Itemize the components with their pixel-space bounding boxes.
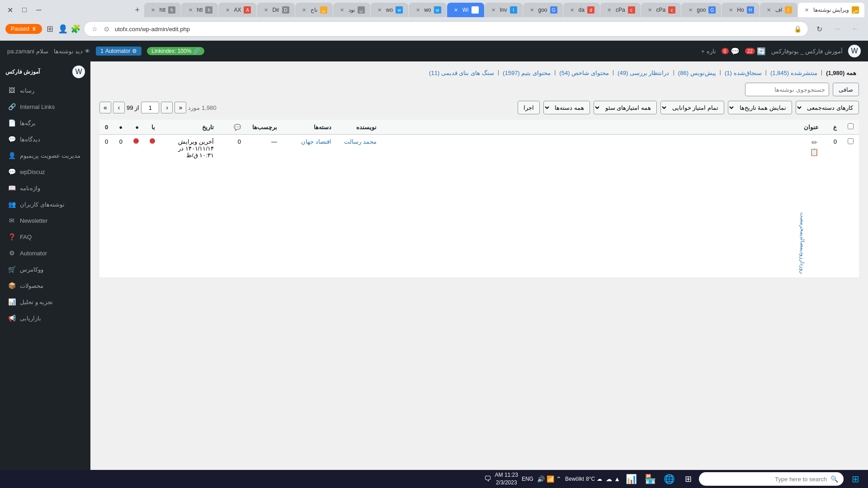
sidebar-item-user-posts[interactable]: نوشته‌های کاربران 👥 [0,196,90,212]
inactive-tab[interactable]: ن ناح ✕ [295,3,333,17]
seo-dropdown[interactable]: همه امتیازهای سئو [594,101,657,114]
wp-logo[interactable]: W [848,45,861,57]
notification-icon[interactable]: 🗨 [484,475,491,483]
close-window-button[interactable]: ✕ [4,4,16,16]
row-checkbox[interactable] [848,138,854,144]
wifi-icon[interactable]: ☁ [606,475,612,483]
back-button[interactable]: ← [848,22,863,36]
inactive-tab[interactable]: c cPa ✕ [600,3,641,17]
google-lens-icon[interactable]: ⊙ [102,24,111,33]
admin-site-name[interactable]: آموزش فارکس _ یوتوفارکس [771,48,843,55]
th-title[interactable]: عنوان [382,120,824,135]
categories-dropdown[interactable]: همه دسته‌ها [543,101,590,114]
tab-close[interactable]: ✕ [187,6,194,14]
tab-close[interactable]: ✕ [490,6,497,14]
inactive-tab[interactable]: G goo ✕ [681,3,721,17]
tab-close[interactable]: ✕ [727,6,734,14]
extensions-icon[interactable]: 🧩 [71,24,80,33]
sidebar-item-media[interactable]: رسانه 🖼 [0,82,90,99]
wp-admin-icon[interactable]: W [72,66,85,78]
network-icon2[interactable]: 📶 [547,475,554,483]
forward-button[interactable]: → [830,22,844,36]
page-number-input[interactable] [141,102,159,113]
new-tab-button[interactable]: + [131,4,144,16]
tab-close[interactable]: ✕ [606,6,613,14]
sidebar-item-wpdiscuz[interactable]: wpDiscuz 💬 [0,164,90,180]
last-page-button[interactable]: » [99,102,111,113]
inactive-tab[interactable]: D Dir ✕ [257,3,294,17]
tab-close[interactable]: ✕ [301,6,308,14]
taskbar-search[interactable]: 🔍 [699,472,844,486]
sidebar-item-analytics[interactable]: تجزیه و تحلیل 📊 [0,294,90,310]
admin-bar-posts-view[interactable]: 👁 دید نوشته‌ها [54,48,91,55]
taskbar-chrome[interactable]: 🌐 [661,471,677,487]
automator-button[interactable]: ⚙ Automator 1 [96,47,142,56]
taskbar-search-input[interactable] [704,476,827,483]
filter-tab-orphan[interactable]: محتوای یتیم (1597) [500,69,553,77]
sidebar-item-membership[interactable]: مدیریت عضویت پریمیوم 👤 [0,147,90,164]
edit-icon[interactable]: ✏ [811,138,817,147]
linkindex-badge[interactable]: 🔗 Linkindex: 100% [147,47,204,55]
inactive-tab[interactable]: A AX ✕ [218,3,256,17]
first-page-button[interactable]: « [175,102,186,113]
filter-tab-draft[interactable]: پیش‌نویس (86) [675,69,719,77]
tab-close[interactable]: ✕ [224,6,231,14]
tab-close[interactable]: ✕ [376,6,383,14]
inactive-tab[interactable]: ن نود ✕ [333,3,370,17]
inactive-tab[interactable]: h htt ✕ [144,3,181,17]
admin-bar-comments[interactable]: 💬 0 [722,47,740,56]
inactive-tab[interactable]: H Ho ✕ [722,3,759,17]
sidebar-item-faq[interactable]: FAQ ❓ [0,229,90,245]
sidebar-item-newsletter[interactable]: Newsletter ✉ [0,212,90,229]
filter-tab-index[interactable]: محتوای شاخص (54) [557,69,611,77]
refresh-button[interactable]: ↻ [812,22,826,36]
volume-icon[interactable]: 🔊 [537,475,545,483]
active-tab[interactable]: س ویرایش نوشته‌ها ✕ [798,3,864,17]
tab-close[interactable]: ✕ [765,6,773,14]
tab-close[interactable]: ✕ [569,6,576,14]
tab-close[interactable]: ✕ [528,6,536,14]
profile-icon[interactable]: 👤 [58,24,67,33]
minimize-button[interactable]: ─ [33,4,45,16]
admin-bar-new[interactable]: تاره + [701,48,716,55]
select-all-checkbox[interactable] [848,123,854,129]
inactive-tab[interactable]: d da ✕ [563,3,600,17]
prev-page-button[interactable]: ‹ [161,102,173,113]
tab-close[interactable]: ✕ [339,6,346,14]
readability-dropdown[interactable]: تمام امتیاز خوانایی [660,101,724,114]
inactive-tab[interactable]: h htt ✕ [181,3,218,17]
copy-icon[interactable]: 📋 [810,148,819,156]
filter-tab-cornerstone[interactable]: سنگ های بنای قدیمی (11) [426,69,497,77]
bookmark-icon[interactable]: ☆ [90,24,99,33]
paused-button[interactable]: ⏸ Paused [5,24,42,34]
taskbar-store[interactable]: 🏪 [642,471,658,487]
filter-tab-published[interactable]: منتشرشده (1,845) [768,69,820,77]
dates-dropdown[interactable]: نمایش همهٔ تاریخ‌ها [728,101,792,114]
tab-close[interactable]: ✕ [453,6,460,14]
tab-close[interactable]: ✕ [803,6,811,14]
apply-button[interactable]: اجرا [518,101,540,114]
sidebar-item-comments[interactable]: دیدگاه‌ها 💬 [0,131,90,147]
sidebar-toggle-icon[interactable]: ⊞ [46,24,55,33]
clock[interactable]: 11:23 AM 2/3/2023 [495,471,518,487]
tab-close[interactable]: ✕ [150,6,157,14]
inactive-tab[interactable]: c cPa ✕ [641,3,681,17]
inactive-tab[interactable]: w wo ✕ [409,3,446,17]
post-title-link[interactable]: روزدارزودیمصالدیمحرمصت [799,212,806,274]
category-link[interactable]: اقتصاد جهان [301,138,331,145]
filter-tab-pending[interactable]: درانتظار بررسی (49) [615,69,672,77]
sidebar-item-pages[interactable]: برگه‌ها 📄 [0,115,90,131]
sidebar-item-internal-links[interactable]: Internal Links 🔗 [0,99,90,115]
address-bar[interactable]: 🔒 utofx.com/wp-admin/edit.php ⊙ ☆ [84,21,808,37]
tab-close[interactable]: ✕ [646,6,654,14]
th-date[interactable]: تاریخ [160,120,219,135]
sidebar-item-glossary[interactable]: واژه‌نامه 📖 [0,180,90,196]
admin-bar-updates[interactable]: 🔄 22 [745,47,766,56]
author-link[interactable]: محمد رسالت [344,138,377,145]
start-button[interactable]: ⊞ [846,471,864,487]
taskbar-excel[interactable]: 📊 [623,471,639,487]
bulk-actions-dropdown[interactable]: کارهای دسته‌جمعی [796,101,859,114]
maximize-button[interactable]: □ [18,4,31,16]
sidebar-item-marketing[interactable]: بازاریابی 📢 [0,310,90,326]
filter-button[interactable]: صافی [833,83,859,96]
